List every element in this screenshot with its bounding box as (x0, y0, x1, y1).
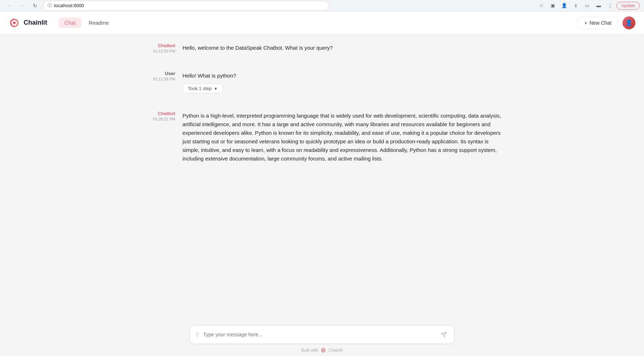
apps-icon[interactable]: ⋮ (605, 1, 615, 11)
back-button[interactable]: ← (4, 1, 14, 11)
logo-area: Chainlit (9, 17, 47, 29)
chainlit-footer-icon (321, 347, 326, 353)
tab-chat[interactable]: Chat (59, 18, 82, 28)
puzzle-icon[interactable]: ▬ (594, 1, 604, 11)
address-bar[interactable]: ⓘ localhost:8000 (43, 1, 329, 11)
chevron-down-icon: ▼ (214, 86, 218, 91)
send-icon (440, 331, 447, 338)
message-group: Chatbot 01:28:21 PM Python is a high-lev… (0, 102, 644, 172)
send-button[interactable] (438, 329, 449, 340)
main-content: Chatbot 01:12:50 PM Hello, welcome to th… (0, 34, 644, 356)
tab-readme[interactable]: Readme (83, 18, 115, 28)
chainlit-logo-icon (9, 17, 20, 29)
steps-label: Took 1 step (188, 86, 212, 91)
forward-button[interactable]: → (17, 1, 27, 11)
message-meta: Chatbot 01:28:21 PM (140, 111, 182, 163)
extension-icon[interactable]: ▣ (548, 1, 558, 11)
message-meta: User 01:12:58 PM (140, 71, 182, 93)
browser-chrome: ← → ↻ ⓘ localhost:8000 ☆ ▣ 👤 ⇓ ▭ ▬ ⋮ Upd… (0, 0, 644, 11)
built-with-label: Built with (301, 348, 318, 353)
new-chat-label: New Chat (590, 20, 611, 26)
message-sender: User (140, 71, 175, 76)
message-row: Chatbot 01:12:50 PM Hello, welcome to th… (125, 43, 519, 53)
message-time: 01:28:21 PM (140, 117, 175, 121)
message-body: Python is a high-level, interpreted prog… (182, 111, 504, 163)
message-group: User 01:12:58 PM Hello! What is python? … (0, 62, 644, 102)
footer-brand: Chainlit (328, 348, 343, 353)
message-body: Hello, welcome to the DataSpeak Chatbot.… (182, 43, 504, 53)
bookmark-page-icon[interactable]: ☆ (536, 1, 546, 11)
input-area: ⇧ Built with Chainlit (0, 320, 644, 356)
nav-tabs: Chat Readme (59, 11, 114, 34)
avatar-icon: 👤 (625, 19, 633, 26)
message-group: Chatbot 01:12:50 PM Hello, welcome to th… (0, 34, 644, 62)
screen-icon[interactable]: ▭ (582, 1, 592, 11)
svg-point-0 (13, 21, 16, 24)
svg-point-3 (323, 350, 324, 351)
url-text: localhost:8000 (54, 3, 84, 8)
message-sender: Chatbot (140, 43, 175, 48)
user-avatar-button[interactable]: 👤 (623, 16, 635, 29)
profile-icon[interactable]: 👤 (559, 1, 569, 11)
steps-badge[interactable]: Took 1 step ▼ (182, 84, 223, 93)
message-time: 01:12:58 PM (140, 77, 175, 81)
footer-text: Built with Chainlit (301, 347, 343, 353)
input-container: ⇧ (190, 325, 454, 344)
message-row: Chatbot 01:28:21 PM Python is a high-lev… (125, 111, 519, 163)
reload-button[interactable]: ↻ (30, 1, 40, 11)
plus-icon: + (584, 20, 587, 26)
message-time: 01:12:50 PM (140, 49, 175, 53)
new-chat-button[interactable]: + New Chat (577, 17, 618, 29)
logo-text: Chainlit (24, 19, 47, 26)
header-right: + New Chat 👤 (577, 16, 635, 29)
message-meta: Chatbot 01:12:50 PM (140, 43, 182, 53)
message-row: User 01:12:58 PM Hello! What is python? … (125, 71, 519, 93)
message-body: Hello! What is python? Took 1 step ▼ (182, 71, 504, 93)
browser-actions: ☆ ▣ 👤 ⇓ ▭ ▬ ⋮ Update (536, 1, 640, 11)
message-sender: Chatbot (140, 111, 175, 116)
chat-area: Chatbot 01:12:50 PM Hello, welcome to th… (0, 34, 644, 320)
update-button[interactable]: Update (616, 2, 640, 10)
expand-icon: ⇧ (195, 331, 200, 338)
app-header: Chainlit Chat Readme + New Chat 👤 (0, 11, 644, 34)
lock-icon: ⓘ (48, 3, 52, 9)
download-icon[interactable]: ⇓ (571, 1, 581, 11)
chat-input[interactable] (203, 330, 435, 339)
